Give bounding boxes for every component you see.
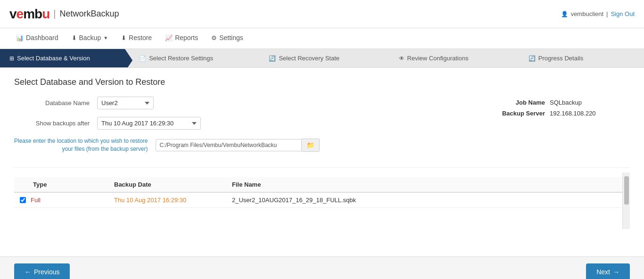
wizard-step-label-recovery-state: Select Recovery State <box>279 55 339 62</box>
table-row: Full Thu 10 Aug 2017 16:29:30 2_User2_10… <box>14 192 622 208</box>
nav-label-settings: Settings <box>219 34 243 41</box>
col-header-type: Type <box>14 177 108 192</box>
page-title: Select Database and Version to Restore <box>14 77 630 87</box>
scrollbar-area <box>622 172 630 229</box>
show-backups-label: Show backups after <box>14 120 90 127</box>
main-content: Select Database and Version to Restore D… <box>0 68 644 256</box>
logo: vembu | NetworkBackup <box>9 7 119 22</box>
wizard-step-label-restore-settings: Select Restore Settings <box>149 55 213 62</box>
path-label-line2: your files (from the backup server) <box>62 146 148 152</box>
col-header-filename: File Name <box>226 177 622 192</box>
previous-label: Previous <box>34 268 59 276</box>
logo-divider: | <box>53 8 56 19</box>
user-icon <box>561 10 568 17</box>
main-nav: 📊 Dashboard ⬇ Backup ▼ ⬇ Restore 📈 Repor… <box>0 28 644 49</box>
nav-item-backup[interactable]: ⬇ Backup ▼ <box>65 28 115 49</box>
path-label-line1: Please enter the location to which you w… <box>14 138 148 144</box>
wizard-step-label-progress: Progress Details <box>538 55 583 62</box>
select-db-icon: ⊞ <box>9 55 14 62</box>
show-backups-row: Show backups after Thu 10 Aug 2017 16:29… <box>14 117 470 130</box>
row-type-cell: Full <box>14 193 108 208</box>
nav-label-reports: Reports <box>175 34 198 41</box>
backup-server-label: Backup Server <box>488 110 545 117</box>
nav-item-reports[interactable]: 📈 Reports <box>158 28 205 49</box>
row-date-cell: Thu 10 Aug 2017 16:29:30 <box>108 192 226 208</box>
path-input-group: 📁 <box>156 139 320 152</box>
table-body: Full Thu 10 Aug 2017 16:29:30 2_User2_10… <box>14 192 622 208</box>
wizard-step-review-config[interactable]: 👁 Review Configurations <box>385 49 514 67</box>
backup-icon: ⬇ <box>72 34 77 41</box>
show-backups-select[interactable]: Thu 10 Aug 2017 16:29:30 <box>97 117 201 130</box>
footer: ← Previous Next → <box>0 256 644 279</box>
restore-icon: ⬇ <box>121 34 126 41</box>
nav-item-restore[interactable]: ⬇ Restore <box>115 28 158 49</box>
path-row: Please enter the location to which you w… <box>14 137 470 153</box>
wizard-steps: ⊞ Select Database & Version 📄 Select Res… <box>0 49 644 68</box>
nav-label-dashboard: Dashboard <box>26 34 58 41</box>
nav-item-settings[interactable]: ⚙ Settings <box>205 28 250 49</box>
backup-dropdown-icon: ▼ <box>103 35 108 41</box>
dashboard-icon: 📊 <box>16 34 24 41</box>
db-name-select[interactable]: User2 User1 User3 <box>97 97 154 109</box>
scrollbar-thumb <box>624 176 629 205</box>
header: vembu | NetworkBackup vembuclient | Sign… <box>0 0 644 28</box>
row-date-value: Thu 10 Aug 2017 16:29:30 <box>114 197 186 204</box>
previous-button[interactable]: ← Previous <box>14 263 70 279</box>
form-left: Database Name User2 User1 User3 Show bac… <box>14 97 470 163</box>
folder-browse-button[interactable]: 📁 <box>302 139 320 152</box>
section-divider <box>14 167 630 168</box>
next-label: Next <box>596 268 610 276</box>
header-right: vembuclient | Sign Out <box>561 10 635 17</box>
wizard-step-recovery-state[interactable]: 🔄 Select Recovery State <box>255 49 384 67</box>
table-section: Type Backup Date File Name Full Thu 10 A… <box>14 172 622 229</box>
table-header-row: Type Backup Date File Name <box>14 177 622 192</box>
wizard-step-restore-settings[interactable]: 📄 Select Restore Settings <box>125 49 255 67</box>
row-checkbox[interactable] <box>20 197 26 203</box>
username-label: vembuclient <box>571 10 603 17</box>
row-filename-cell: 2_User2_10AUG2017_16_29_18_FULL.sqbk <box>226 192 622 208</box>
form-section: Database Name User2 User1 User3 Show bac… <box>14 97 630 163</box>
wizard-step-select-db[interactable]: ⊞ Select Database & Version <box>0 49 125 67</box>
logo-vembu: vembu <box>9 7 50 22</box>
next-arrow-icon: → <box>613 268 619 276</box>
nav-label-restore: Restore <box>129 34 152 41</box>
folder-icon: 📁 <box>306 141 314 149</box>
logo-product: NetworkBackup <box>59 9 119 19</box>
row-type-link[interactable]: Full <box>31 197 41 204</box>
next-button[interactable]: Next → <box>586 263 630 279</box>
restore-settings-icon: 📄 <box>139 55 146 62</box>
review-config-icon: 👁 <box>399 55 405 62</box>
backup-server-row: Backup Server 192.168.108.220 <box>488 110 630 117</box>
signout-link[interactable]: Sign Out <box>611 10 635 17</box>
path-input[interactable] <box>156 139 302 151</box>
nav-item-dashboard[interactable]: 📊 Dashboard <box>9 28 65 49</box>
settings-icon: ⚙ <box>211 34 217 41</box>
previous-arrow-icon: ← <box>25 268 31 276</box>
db-name-row: Database Name User2 User1 User3 <box>14 97 470 109</box>
backup-table: Type Backup Date File Name Full Thu 10 A… <box>14 177 622 208</box>
backup-server-value: 192.168.108.220 <box>550 110 596 117</box>
job-name-label: Job Name <box>488 99 545 106</box>
nav-label-backup: Backup <box>79 34 101 41</box>
recovery-state-icon: 🔄 <box>269 55 276 62</box>
db-name-label: Database Name <box>14 99 90 107</box>
progress-icon: 🔄 <box>528 55 536 62</box>
wizard-step-label-select-db: Select Database & Version <box>17 55 90 62</box>
table-header: Type Backup Date File Name <box>14 177 622 192</box>
job-name-row: Job Name SQLbackup <box>488 99 630 106</box>
wizard-step-label-review-config: Review Configurations <box>407 55 469 62</box>
job-name-value: SQLbackup <box>550 99 582 106</box>
wizard-step-progress[interactable]: 🔄 Progress Details <box>514 49 644 67</box>
form-right: Job Name SQLbackup Backup Server 192.168… <box>488 97 630 163</box>
header-divider: | <box>606 10 608 17</box>
path-label: Please enter the location to which you w… <box>14 137 148 153</box>
reports-icon: 📈 <box>165 34 173 41</box>
col-header-date: Backup Date <box>108 177 226 192</box>
table-wrapper: Type Backup Date File Name Full Thu 10 A… <box>14 172 630 229</box>
